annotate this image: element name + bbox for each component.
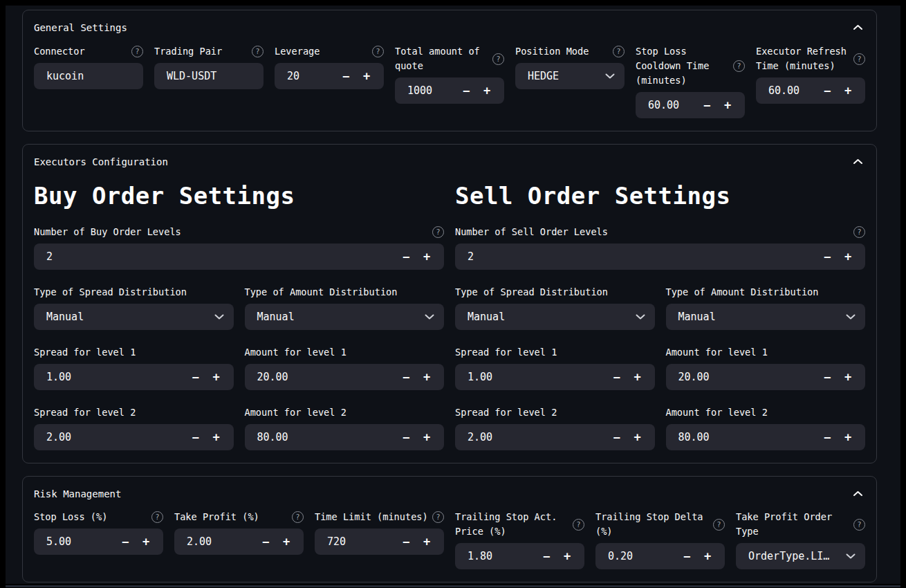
decrement-button[interactable]: − xyxy=(396,370,416,384)
help-icon[interactable]: ? xyxy=(372,46,384,57)
take-profit-input[interactable]: 2.00 − + xyxy=(174,529,304,555)
increment-button[interactable]: + xyxy=(477,84,497,98)
collapse-button-general[interactable] xyxy=(851,21,864,31)
buy-spread-distribution-label: Type of Spread Distribution xyxy=(34,285,187,300)
position-mode-select[interactable]: HEDGE xyxy=(515,63,625,89)
decrement-button[interactable]: − xyxy=(676,549,697,563)
help-icon[interactable]: ? xyxy=(573,519,584,531)
sell-spread-level-1-input[interactable]: 1.00 − + xyxy=(455,364,655,390)
field-buy-spread-distribution: Type of Spread Distribution Manual xyxy=(34,285,234,330)
decrement-button[interactable]: − xyxy=(396,535,416,549)
decrement-button[interactable]: − xyxy=(396,250,416,264)
chevron-down-icon xyxy=(846,553,858,559)
help-icon[interactable]: ? xyxy=(613,46,625,57)
section-risk-management: Risk Management Stop Loss (%) ? 5.00 − +… xyxy=(22,476,877,582)
sell-spread-distribution-select[interactable]: Manual xyxy=(455,304,655,330)
decrement-button[interactable]: − xyxy=(607,430,627,444)
buy-spread-level-2-input[interactable]: 2.00 − + xyxy=(34,424,234,450)
buy-order-settings-panel: Buy Order Settings Number of Buy Order L… xyxy=(34,169,444,450)
decrement-button[interactable]: − xyxy=(396,430,416,444)
decrement-button[interactable]: − xyxy=(185,430,206,444)
increment-button[interactable]: + xyxy=(416,250,437,264)
increment-button[interactable]: + xyxy=(717,98,738,112)
increment-button[interactable]: + xyxy=(416,535,437,549)
decrement-button[interactable]: − xyxy=(817,84,838,98)
sell-spread-level-2-input[interactable]: 2.00 − + xyxy=(455,424,655,450)
decrement-button[interactable]: − xyxy=(115,535,136,549)
decrement-button[interactable]: − xyxy=(335,69,356,83)
buy-amount-level-1-input[interactable]: 20.00 − + xyxy=(245,364,445,390)
field-sell-spread-distribution: Type of Spread Distribution Manual xyxy=(455,285,655,330)
help-icon[interactable]: ? xyxy=(292,511,304,523)
decrement-button[interactable]: − xyxy=(536,549,557,563)
increment-button[interactable]: + xyxy=(838,84,858,98)
sell-amount-level-2-input[interactable]: 80.00 − + xyxy=(666,424,866,450)
increment-button[interactable]: + xyxy=(557,549,577,563)
help-icon[interactable]: ? xyxy=(733,60,745,72)
increment-button[interactable]: + xyxy=(356,69,377,83)
help-icon[interactable]: ? xyxy=(151,511,163,523)
decrement-button[interactable]: − xyxy=(607,370,627,384)
field-total-quote: Total amount of quote ? 1000 − + xyxy=(395,44,504,104)
increment-button[interactable]: + xyxy=(838,250,858,264)
decrement-button[interactable]: − xyxy=(817,370,838,384)
help-icon[interactable]: ? xyxy=(131,46,143,57)
sell-levels-input[interactable]: 2 − + xyxy=(455,244,865,270)
time-limit-input[interactable]: 720 − + xyxy=(315,529,444,555)
decrement-button[interactable]: − xyxy=(255,535,276,549)
trading-pair-input[interactable]: WLD-USDT xyxy=(154,63,264,89)
leverage-label: Leverage xyxy=(275,44,320,59)
increment-button[interactable]: + xyxy=(838,370,858,384)
stop-loss-label: Stop Loss (%) xyxy=(34,510,107,524)
leverage-input[interactable]: 20 − + xyxy=(275,63,384,89)
decrement-button[interactable]: − xyxy=(456,84,477,98)
field-sell-spread-level-2: Spread for level 2 2.00 − + xyxy=(455,405,655,450)
decrement-button[interactable]: − xyxy=(185,370,206,384)
connector-input[interactable]: kucoin xyxy=(34,63,143,89)
increment-button[interactable]: + xyxy=(627,370,648,384)
field-stop-loss: Stop Loss (%) ? 5.00 − + xyxy=(34,510,163,555)
decrement-button[interactable]: − xyxy=(817,250,838,264)
take-profit-order-type-select[interactable]: OrderType.LI… xyxy=(736,543,865,569)
sell-spread-level-2-label: Spread for level 2 xyxy=(455,405,557,420)
chevron-down-icon xyxy=(214,314,227,320)
sl-cooldown-input[interactable]: 60.00 − + xyxy=(636,92,745,118)
field-refresh-time: Executor Refresh Time (minutes) ? 60.00 … xyxy=(756,44,865,104)
help-icon[interactable]: ? xyxy=(853,53,865,65)
buy-levels-input[interactable]: 2 − + xyxy=(34,244,444,270)
increment-button[interactable]: + xyxy=(697,549,718,563)
decrement-button[interactable]: − xyxy=(817,430,838,444)
decrement-button[interactable]: − xyxy=(696,98,717,112)
help-icon[interactable]: ? xyxy=(713,519,725,531)
increment-button[interactable]: + xyxy=(206,370,227,384)
buy-amount-level-2-input[interactable]: 80.00 − + xyxy=(245,424,445,450)
time-limit-label: Time Limit (minutes) xyxy=(315,510,428,524)
trailing-stop-delta-input[interactable]: 0.20 − + xyxy=(595,543,725,569)
stop-loss-input[interactable]: 5.00 − + xyxy=(34,529,163,555)
help-icon[interactable]: ? xyxy=(432,511,444,523)
take-profit-label: Take Profit (%) xyxy=(174,510,259,524)
increment-button[interactable]: + xyxy=(136,535,156,549)
increment-button[interactable]: + xyxy=(416,430,437,444)
collapse-button-executors[interactable] xyxy=(851,156,864,165)
increment-button[interactable]: + xyxy=(627,430,648,444)
increment-button[interactable]: + xyxy=(416,370,437,384)
buy-spread-distribution-select[interactable]: Manual xyxy=(34,304,234,330)
collapse-button-risk[interactable] xyxy=(851,488,864,497)
increment-button[interactable]: + xyxy=(276,535,297,549)
total-quote-input[interactable]: 1000 − + xyxy=(395,77,504,104)
buy-spread-level-1-input[interactable]: 1.00 − + xyxy=(34,364,234,390)
help-icon[interactable]: ? xyxy=(853,226,865,238)
help-icon[interactable]: ? xyxy=(432,226,444,238)
refresh-time-input[interactable]: 60.00 − + xyxy=(756,77,865,104)
help-icon[interactable]: ? xyxy=(853,519,865,531)
help-icon[interactable]: ? xyxy=(492,53,504,65)
sell-amount-distribution-select[interactable]: Manual xyxy=(666,304,866,330)
buy-amount-distribution-select[interactable]: Manual xyxy=(245,304,445,330)
help-icon[interactable]: ? xyxy=(252,46,264,57)
increment-button[interactable]: + xyxy=(838,430,858,444)
field-buy-amount-level-2: Amount for level 2 80.00 − + xyxy=(245,405,445,450)
increment-button[interactable]: + xyxy=(206,430,227,444)
trailing-stop-activation-input[interactable]: 1.80 − + xyxy=(455,543,584,569)
sell-amount-level-1-input[interactable]: 20.00 − + xyxy=(666,364,866,390)
